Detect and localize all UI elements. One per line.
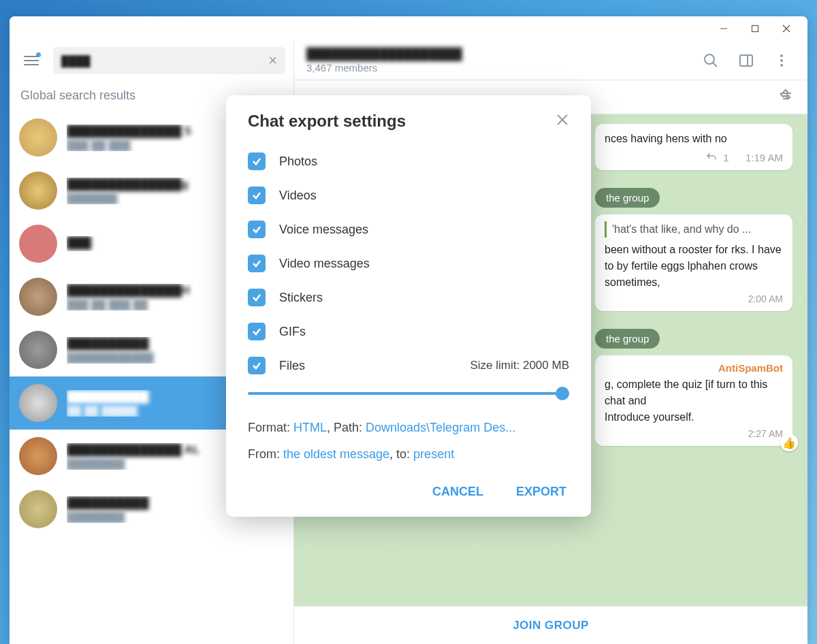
service-message: the group [595,188,660,208]
checkbox-checked-icon [248,255,266,272]
option-label: Photos [279,155,317,169]
export-option-gifs[interactable]: GIFs [248,315,569,349]
message-bubble[interactable]: AntiSpamBot g, complete the quiz [if tur… [595,355,792,446]
reply-icon [705,151,718,163]
chat-header: ███████████████████ 3,467 members [294,41,807,80]
modal-header: Chat export settings [248,112,569,131]
format-path-row: Format: HTML, Path: Downloads\Telegram D… [248,418,569,438]
notification-dot-icon [36,52,41,57]
clear-search-button[interactable]: × [268,52,277,69]
message-text: been without a rooster for rks. I have t… [605,242,783,291]
avatar [19,118,57,157]
export-option-stickers[interactable]: Stickers [248,280,569,315]
avatar [19,437,57,475]
export-option-files[interactable]: Files Size limit: 2000 MB [248,349,569,383]
window-minimize-button[interactable] [708,18,739,39]
option-label: Files [279,359,305,373]
cancel-button[interactable]: CANCEL [430,479,486,504]
message-bubble[interactable]: 'hat's that like, and why do ... been wi… [595,214,792,311]
export-option-photos[interactable]: Photos [248,144,569,178]
export-button[interactable]: EXPORT [513,479,569,504]
window-maximize-button[interactable] [739,18,771,39]
avatar [19,225,57,263]
export-settings-dialog: Chat export settings Photos Videos Voice… [226,95,591,517]
slider-thumb[interactable] [556,387,569,400]
bottom-action-bar: JOIN GROUP [294,606,807,644]
window-titlebar [10,16,807,41]
side-panel-toggle-button[interactable] [733,47,760,74]
chat-members-count: 3,467 members [306,62,689,74]
chat-title: ███████████████████ [306,48,689,61]
from-link[interactable]: the oldest message [283,447,389,461]
slider-track [248,392,569,395]
chat-title-block[interactable]: ███████████████████ 3,467 members [306,48,689,74]
checkbox-checked-icon [248,357,266,374]
search-input[interactable]: ████ × [53,47,285,74]
format-link[interactable]: HTML [293,421,327,434]
avatar [19,384,57,422]
svg-point-9 [780,59,783,62]
message-text: nces having hens with no [605,131,783,147]
message-meta: 1 1:19 AM [605,151,783,163]
option-label: Video messages [279,257,370,271]
message-bubble[interactable]: nces having hens with no 1 1:19 AM [595,124,792,170]
modal-actions: CANCEL EXPORT [248,479,569,504]
checkbox-checked-icon [248,152,266,170]
modal-close-button[interactable] [556,112,569,131]
sidebar-header: ████ × [10,41,293,80]
checkbox-checked-icon [248,323,266,340]
modal-title: Chat export settings [248,112,406,131]
search-in-chat-button[interactable] [697,47,724,74]
svg-rect-1 [752,26,758,32]
message-reply-preview: 'hat's that like, and why do ... [605,221,783,238]
message-text: Introduce yourself. [605,409,783,425]
checkbox-checked-icon [248,221,266,238]
option-label: GIFs [279,325,306,339]
join-group-button[interactable]: JOIN GROUP [513,619,589,632]
message-time: 2:00 AM [605,293,783,304]
export-option-video-messages[interactable]: Video messages [248,246,569,280]
search-value: ████ [61,55,263,67]
message-time: 2:27 AM [605,428,783,439]
checkbox-checked-icon [248,289,266,306]
option-label: Stickers [279,291,323,305]
avatar [19,278,57,316]
message-sender: AntiSpamBot [605,362,783,374]
more-options-button[interactable] [768,47,795,74]
avatar [19,331,57,369]
avatar [19,172,57,210]
app-window: ████ × Global search results ███████████… [10,16,807,644]
pin-icon [778,88,794,107]
svg-point-10 [780,64,783,67]
window-close-button[interactable] [771,18,802,39]
svg-point-8 [780,54,783,57]
to-link[interactable]: present [413,447,454,461]
avatar [19,490,57,528]
export-option-voice[interactable]: Voice messages [248,212,569,246]
size-limit-label: Size limit: 2000 MB [470,359,570,372]
main-menu-button[interactable] [18,47,45,74]
service-message: the group [595,329,660,349]
size-limit-slider[interactable] [248,383,569,411]
option-label: Videos [279,189,317,203]
path-link[interactable]: Downloads\Telegram Des... [366,421,515,434]
date-range-row: From: the oldest message, to: present [248,445,569,464]
reaction-thumbs-up-icon[interactable]: 👍 [780,434,798,451]
option-label: Voice messages [279,223,368,237]
message-text: g, complete the quiz [if turn to this ch… [605,376,783,409]
svg-line-5 [713,63,717,67]
svg-rect-6 [740,55,752,66]
svg-point-4 [705,54,714,64]
checkbox-checked-icon [248,187,266,204]
export-option-videos[interactable]: Videos [248,178,569,212]
